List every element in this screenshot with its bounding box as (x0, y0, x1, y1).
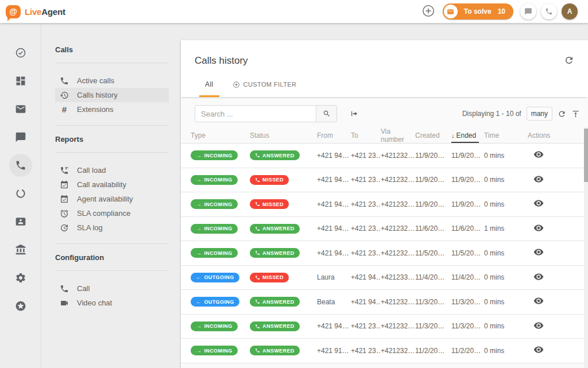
sidebar: CallsActive callsCalls history#Extension… (41, 23, 181, 368)
tab-custom-filter[interactable]: CUSTOM FILTER (233, 73, 297, 97)
eye-icon (533, 174, 544, 184)
view-call-button[interactable] (533, 272, 544, 282)
rail-item-chat[interactable] (9, 123, 32, 151)
search-group (195, 105, 337, 122)
to-solve-button[interactable]: To solve 10 (443, 3, 513, 20)
table-row[interactable]: →INCOMINGMISSED+421 94…+421 23…+421232…1… (181, 168, 588, 193)
rail-item-dashboard[interactable] (9, 67, 32, 95)
reload-list-button[interactable] (558, 110, 566, 118)
scrollbar[interactable] (584, 127, 588, 368)
avatar[interactable]: A (562, 3, 578, 20)
sidebar-item-calls-history[interactable]: Calls history (55, 88, 169, 102)
divider (55, 152, 169, 153)
table-row[interactable]: →INCOMINGANSWERED+421 91…+421 23…+421232… (181, 339, 588, 363)
cell-via-number: +421232… (381, 322, 415, 330)
section-title-calls: Calls (55, 45, 169, 54)
sidebar-item-sla-compliance[interactable]: SLA compliance (55, 206, 169, 220)
table-row[interactable]: →INCOMINGANSWERED+421 94…+421 23…+421232… (181, 315, 588, 339)
col-label: To (351, 131, 358, 140)
menu-item-label: Call load (77, 166, 106, 175)
search-input[interactable] (195, 106, 316, 122)
sidebar-item-active-calls[interactable]: Active calls (55, 73, 169, 88)
search-button[interactable] (316, 106, 336, 122)
col-header-to[interactable]: To (351, 127, 381, 143)
eye-icon (533, 320, 544, 331)
view-call-button[interactable] (533, 247, 544, 257)
refresh-button[interactable] (564, 55, 574, 67)
menu-list-configuration: CallVideo chat (55, 281, 169, 310)
phone-icon (60, 76, 69, 86)
table-row[interactable]: →INCOMINGANSWERED+421 94…+421 23…+421232… (181, 217, 588, 242)
skip-forward-button[interactable] (350, 109, 359, 118)
view-call-button[interactable] (533, 223, 544, 233)
menu-item-label: Video chat (77, 299, 112, 307)
view-call-button[interactable] (533, 320, 544, 331)
table-row[interactable]: →INCOMINGANSWERED+421 94…+421 23…+421232… (181, 144, 588, 168)
sidebar-item-extensions[interactable]: #Extensions (55, 102, 169, 117)
col-header-via-number[interactable]: Via number (381, 127, 415, 143)
cell-from: +421 94… (317, 200, 351, 208)
col-header-ended[interactable]: ↓Ended (451, 127, 484, 143)
chat-icon (524, 7, 532, 16)
sidebar-item-sla-log[interactable]: SLA log (55, 220, 169, 235)
tab-all[interactable]: All (199, 73, 219, 97)
cell-time: 0 mins (484, 176, 528, 184)
app-logo[interactable]: @ LiveAgent (6, 5, 65, 18)
col-header-status[interactable]: Status (250, 127, 317, 143)
history-icon (60, 91, 69, 100)
col-header-time[interactable]: Time (484, 127, 528, 143)
phone-icon (15, 160, 26, 171)
view-call-button[interactable] (533, 149, 544, 160)
cell-via-number: +421232… (381, 298, 415, 306)
cell-from: +421 91… (317, 347, 351, 355)
sidebar-item-video-chat[interactable]: Video chat (55, 296, 169, 310)
rail-item-mail[interactable] (9, 95, 32, 123)
table-row[interactable]: ←OUTGOINGMISSEDLaura+421 94…+421233…11/4… (181, 266, 588, 290)
rail-item-bank[interactable] (9, 235, 32, 264)
rail-item-check-circle[interactable] (9, 38, 32, 67)
col-header-actions[interactable]: Actions (528, 127, 588, 143)
view-call-button[interactable] (533, 198, 544, 208)
phone-load-icon (60, 166, 69, 175)
view-call-button[interactable] (533, 174, 544, 184)
add-new-button[interactable] (421, 4, 436, 19)
col-header-type[interactable]: Type (191, 127, 250, 143)
calls-button[interactable] (541, 3, 557, 20)
table-row[interactable]: →INCOMINGANSWERED+421 94…+421 23…+421232… (181, 241, 588, 266)
phone-icon (255, 348, 260, 353)
cell-to: +421 94… (351, 298, 381, 306)
col-header-created[interactable]: Created (415, 127, 451, 143)
table-row[interactable]: →INCOMINGMISSED+421 94…+421 23…+421232…1… (181, 192, 588, 217)
view-call-button[interactable] (533, 296, 544, 306)
arrow-right-icon: → (196, 202, 202, 207)
sidebar-item-call-load[interactable]: Call load (55, 163, 169, 177)
sidebar-item-call[interactable]: Call (55, 281, 169, 296)
phone-icon (255, 275, 260, 280)
scroll-top-button[interactable] (571, 110, 580, 118)
col-label: From (317, 131, 333, 140)
col-label: Via number (381, 127, 415, 144)
sidebar-item-agent-availability[interactable]: Agent availability (55, 192, 169, 206)
contacts-icon (15, 216, 26, 227)
rail-item-star-circle[interactable] (9, 292, 32, 320)
chats-button[interactable] (520, 3, 536, 20)
displaying-text: Displaying 1 - 10 of (462, 110, 521, 118)
cell-ended: 11/3/20… (451, 298, 484, 306)
table-row[interactable]: ←OUTGOINGANSWEREDBeata+421 94…+421232…11… (181, 290, 588, 315)
view-call-button[interactable] (533, 344, 544, 355)
count-box[interactable]: many (527, 107, 552, 121)
direction-badge: →INCOMING (191, 346, 238, 355)
menu-list-reports: Call loadCall availabilityAgent availabi… (55, 163, 169, 235)
rail-item-ring[interactable] (9, 179, 32, 207)
sidebar-item-call-availability[interactable]: Call availability (55, 177, 169, 192)
col-header-from[interactable]: From (317, 127, 351, 143)
rail-item-phone[interactable] (9, 154, 32, 177)
arrow-left-icon: ← (196, 299, 202, 305)
menu-item-label: Agent availability (77, 195, 133, 203)
rail-item-gear[interactable] (9, 264, 32, 292)
menu-item-label: Active calls (77, 76, 114, 85)
rail-item-contacts[interactable] (9, 207, 32, 235)
status-badge: ANSWERED (250, 297, 300, 307)
scrollbar-thumb[interactable] (584, 129, 588, 182)
bank-icon (15, 244, 26, 255)
